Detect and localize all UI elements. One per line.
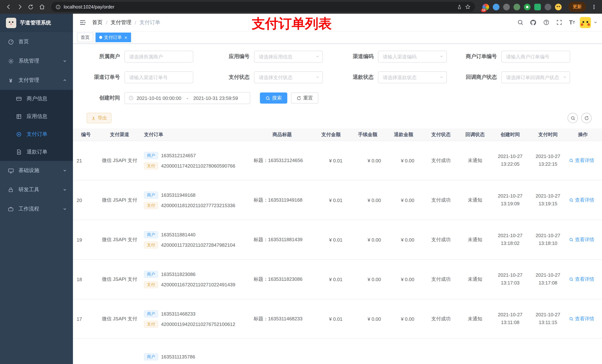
- filter-merchant-order-input[interactable]: [501, 51, 570, 62]
- extensions-area: 10: [479, 3, 565, 10]
- cell-create-time: 2021-10-27 13:19:09: [488, 192, 532, 208]
- filter-app-select[interactable]: [254, 51, 323, 62]
- tag-pay-order[interactable]: 支付订单 ×: [96, 32, 131, 42]
- filter-label: 退款状态: [323, 74, 378, 81]
- browser-menu-icon[interactable]: ⋮: [590, 3, 598, 10]
- table-row: 20 微信 JSAPI 支付 商户 1635311949168 支付 42000…: [73, 180, 602, 220]
- cell-title: 标题：1635311468233: [251, 316, 314, 322]
- extension-puzzle-icon[interactable]: [545, 3, 551, 10]
- browser-toolbar: localhost:1024/pay/order 10 更新 ⋮: [0, 0, 602, 14]
- filter-create-time-range[interactable]: 2021-10-01 00:00:00 - 2021-10-31 23:59:5…: [124, 92, 250, 104]
- view-detail-link[interactable]: 查看详情: [569, 236, 594, 243]
- target-icon: [16, 131, 22, 138]
- grid-icon: [16, 113, 22, 120]
- sidebar-item-refund-order[interactable]: 退款订单: [0, 143, 73, 161]
- briefcase-icon: [7, 206, 14, 212]
- export-button[interactable]: 导出: [87, 113, 111, 123]
- reset-button[interactable]: 重置: [291, 93, 318, 104]
- table-body: 21 微信 JSAPI 支付 商户 1635312124657 支付 42000…: [73, 141, 602, 364]
- pay-badge: 支付: [144, 241, 158, 248]
- sidebar-item-dev-tools[interactable]: 研发工具: [0, 180, 73, 199]
- cell-title: 标题：1635312124656: [251, 157, 314, 164]
- fullscreen-icon[interactable]: [554, 17, 564, 28]
- filter-channel-order-input[interactable]: [124, 71, 193, 83]
- cell-status: 支付成功: [420, 157, 462, 164]
- cell-channel: 微信 JSAPI 支付: [99, 276, 140, 283]
- font-size-icon[interactable]: TT: [567, 17, 577, 28]
- sidebar-item-system[interactable]: 系统管理: [0, 52, 73, 71]
- sidebar-item-workflow[interactable]: 工作流程: [0, 199, 73, 219]
- tag-home[interactable]: 首页: [77, 32, 93, 42]
- filter-channel-code-select[interactable]: [378, 51, 447, 62]
- sidebar-item-home[interactable]: 首页: [0, 32, 73, 52]
- view-detail-link[interactable]: 查看详情: [569, 157, 594, 164]
- url-bar[interactable]: localhost:1024/pay/order: [51, 2, 475, 12]
- sidebar-item-pay-order[interactable]: 支付订单: [0, 125, 73, 143]
- merchant-badge: 商户: [144, 152, 158, 159]
- bookmark-star-icon[interactable]: [465, 4, 471, 10]
- chrome-update-button[interactable]: 更新: [568, 2, 586, 12]
- col-notify: 回调状态: [462, 131, 488, 138]
- merchant-order-no: 1635311881440: [161, 232, 195, 237]
- app-title: 芋道管理系统: [20, 20, 51, 26]
- cell-actions: 查看详情: [564, 157, 602, 164]
- tags-bar: 首页 支付订单 ×: [73, 31, 602, 44]
- avatar-caret-icon[interactable]: [593, 20, 598, 24]
- breadcrumb-pay-management[interactable]: 支付管理: [111, 19, 131, 26]
- cell-id: 18: [73, 277, 99, 282]
- pay-badge: 支付: [144, 162, 158, 169]
- extension-pinned-icon[interactable]: 10: [483, 3, 489, 10]
- extension-badge: 10: [481, 8, 486, 12]
- sidebar-item-pay-management[interactable]: ¥ 支付管理: [0, 71, 73, 90]
- filter-refund-status-select[interactable]: [378, 71, 447, 83]
- view-detail-link[interactable]: 查看详情: [569, 197, 594, 203]
- sidebar-item-infrastructure[interactable]: 基础设施: [0, 161, 73, 180]
- extension-darkgreen-icon[interactable]: [514, 3, 520, 10]
- pay-order-no: 4200001174202110278060590766: [161, 163, 235, 168]
- close-tag-icon[interactable]: ×: [124, 35, 127, 40]
- help-icon[interactable]: [541, 17, 551, 28]
- collapse-sidebar-icon[interactable]: [79, 19, 86, 26]
- col-id: 编号: [73, 131, 99, 138]
- toggle-search-icon[interactable]: [568, 113, 578, 123]
- sidebar-item-merchant-info[interactable]: 商户信息: [0, 90, 73, 108]
- url-text: localhost:1024/pay/order: [64, 4, 114, 10]
- cell-pay-order: 商户 1635311823086 支付 42000011672021102710…: [140, 270, 251, 288]
- cell-actions: 查看详情: [564, 236, 602, 243]
- search-icon[interactable]: [515, 17, 525, 28]
- back-icon[interactable]: [4, 2, 13, 12]
- breadcrumb-home[interactable]: 首页: [92, 19, 103, 26]
- cell-notify: 未通知: [462, 316, 488, 322]
- extension-face-icon[interactable]: [555, 3, 562, 10]
- share-icon[interactable]: [457, 4, 462, 10]
- search-button[interactable]: 搜索: [260, 93, 287, 104]
- refresh-table-icon[interactable]: [581, 113, 592, 123]
- cell-amount: ¥ 0.01: [314, 158, 348, 163]
- forward-icon[interactable]: [15, 2, 24, 12]
- view-detail-link[interactable]: 查看详情: [569, 276, 594, 283]
- sidebar-item-app-info[interactable]: 应用信息: [0, 108, 73, 125]
- extension-chat-icon[interactable]: [534, 3, 541, 10]
- reload-icon[interactable]: [26, 2, 35, 12]
- github-icon[interactable]: [528, 17, 538, 28]
- view-detail-link[interactable]: 查看详情: [569, 316, 594, 322]
- cell-amount: ¥ 0.01: [314, 277, 348, 282]
- avatar[interactable]: [580, 17, 591, 28]
- chevron-up-icon: [63, 78, 67, 83]
- breadcrumb-current: 支付订单: [140, 19, 160, 26]
- filter-merchant-input[interactable]: [124, 51, 193, 62]
- app-logo[interactable]: 芋道管理系统: [0, 14, 73, 32]
- pay-order-no: 4200001194202110276752100612: [161, 321, 235, 327]
- filter-pay-status-select[interactable]: [254, 71, 323, 83]
- extension-green-ring-icon[interactable]: [524, 3, 531, 10]
- cell-channel: 微信 JSAPI 支付: [99, 316, 140, 322]
- site-info-icon[interactable]: [55, 4, 61, 10]
- pay-badge: 支付: [144, 281, 158, 288]
- extension-gray-icon[interactable]: [503, 3, 510, 10]
- cell-status: 支付成功: [420, 316, 462, 322]
- filter-callback-status-select[interactable]: [501, 71, 570, 83]
- col-pay-time: 支付时间: [532, 131, 564, 138]
- cell-create-time: 2021-10-27 13:17:03: [488, 271, 532, 287]
- home-icon[interactable]: [37, 2, 47, 12]
- extension-blue-icon[interactable]: [493, 3, 499, 10]
